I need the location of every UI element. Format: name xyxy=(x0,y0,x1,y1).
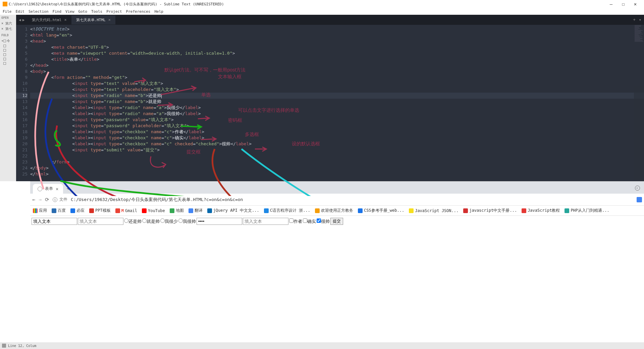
bookmark-item[interactable]: CSS参考手册_web... xyxy=(357,208,405,213)
bookmark-icon xyxy=(142,208,147,213)
bookmark-item[interactable]: YouTube xyxy=(141,208,166,213)
minimap[interactable] xyxy=(634,25,644,181)
radio-b2[interactable]: 就是帅 xyxy=(142,218,160,225)
menu-bar: FileEditSelectionFindViewGotoToolsProjec… xyxy=(0,8,644,15)
bookmark-icon xyxy=(33,208,38,213)
bookmark-item[interactable]: 翻译 xyxy=(188,208,203,213)
checkbox-2[interactable]: 确实 xyxy=(303,218,316,225)
back-button[interactable]: ← xyxy=(32,197,35,203)
forward-button[interactable]: → xyxy=(39,197,42,203)
bookmark-label: JavaScript JSON... xyxy=(415,208,459,213)
window-titlebar: C:\Users\19632\Desktop\今日头条案例代码\第七天表单.HT… xyxy=(0,0,644,8)
menu-tools[interactable]: Tools xyxy=(91,9,102,14)
sidebar[interactable]: OPEN × 第六 × 第七 FOLD ▾今 xyxy=(0,15,16,181)
bookmark-icon xyxy=(70,208,75,213)
window-title: C:\Users\19632\Desktop\今日头条案例代码\第七天表单.HT… xyxy=(9,2,224,7)
bookmark-label: 百度 xyxy=(58,208,66,213)
browser-tab-title: 表单 xyxy=(45,186,53,192)
bookmark-label: 欢迎使用正方教务 xyxy=(321,208,353,213)
status-icon xyxy=(2,344,6,348)
code-editor[interactable]: 1234567891011121314151617181920212223242… xyxy=(16,25,644,181)
checkbox-3[interactable]: 很帅 xyxy=(317,218,330,225)
menu-goto[interactable]: Goto xyxy=(78,9,88,14)
translate-icon[interactable] xyxy=(637,197,642,202)
bookmark-icon xyxy=(89,208,94,213)
bookmark-label: 翻译 xyxy=(195,208,203,213)
bookmark-label: C语言程序设计 浙... xyxy=(270,208,310,213)
menu-edit[interactable]: Edit xyxy=(16,9,25,14)
bookmark-label: javascript中文手册... xyxy=(469,208,517,213)
bookmark-item[interactable]: 应用 xyxy=(32,208,48,213)
bookmark-item[interactable]: C语言程序设计 浙... xyxy=(263,208,311,213)
menu-view[interactable]: View xyxy=(65,9,74,14)
password-input-1[interactable] xyxy=(197,218,242,225)
bookmark-item[interactable]: 地图 xyxy=(169,208,184,213)
bookmark-item[interactable]: 欢迎使用正方教务 xyxy=(314,208,354,213)
new-tab-button[interactable]: + xyxy=(633,17,636,22)
sidebar-file[interactable] xyxy=(1,48,15,52)
bookmark-item[interactable]: PPT模板 xyxy=(89,208,111,213)
bookmark-item[interactable]: JavaScript JSON... xyxy=(408,208,459,213)
browser-tab[interactable]: 表单 × xyxy=(33,184,63,194)
browser-window: 表单 × + ← → ⟳ i文件 C:/Users/19632/Desktop/… xyxy=(30,181,644,349)
radio-b1[interactable]: 还是帅 xyxy=(124,218,142,225)
bookmark-label: 必应 xyxy=(76,208,85,213)
bookmark-icon xyxy=(207,208,212,213)
bookmark-label: 应用 xyxy=(39,208,47,213)
text-input-2[interactable] xyxy=(78,218,123,225)
sidebar-file[interactable] xyxy=(1,44,15,48)
tab-nav[interactable]: ◀ ▶ xyxy=(16,18,27,22)
line-gutter: 1234567891011121314151617181920212223242… xyxy=(16,25,30,181)
bookmark-item[interactable]: 百度 xyxy=(51,208,66,213)
menu-selection[interactable]: Selection xyxy=(29,9,49,14)
sidebar-open-item[interactable]: × 第六 xyxy=(1,21,15,26)
bookmark-item[interactable]: JavaScript教程 xyxy=(521,208,560,213)
sidebar-file[interactable] xyxy=(1,57,15,61)
menu-help[interactable]: Help xyxy=(154,9,163,14)
bookmark-item[interactable]: javascript中文手册... xyxy=(463,208,518,213)
window-maximize[interactable]: ☐ xyxy=(617,1,629,7)
bookmark-label: jQuery API 中文文... xyxy=(213,208,259,213)
menu-find[interactable]: Find xyxy=(53,9,62,14)
new-tab-button[interactable]: + xyxy=(63,183,73,194)
editor-app: OPEN × 第六 × 第七 FOLD ▾今 ◀ ▶ 第六天代码.html×第七… xyxy=(0,15,644,181)
globe-icon xyxy=(38,187,42,191)
bookmark-label: YouTube xyxy=(148,208,165,213)
menu-project[interactable]: Project xyxy=(106,9,122,14)
password-input-2[interactable] xyxy=(243,218,288,225)
menu-preferences[interactable]: Preferences xyxy=(126,9,151,14)
window-minimize[interactable]: — xyxy=(605,1,617,7)
bookmark-item[interactable]: PHP从入门到精通... xyxy=(564,208,610,213)
bookmark-item[interactable]: 必应 xyxy=(70,208,85,213)
checkbox-1[interactable]: 作者 xyxy=(289,218,302,225)
tab-nav-right[interactable]: ▶ xyxy=(22,18,25,22)
bookmark-icon xyxy=(52,208,56,213)
sidebar-open-header: OPEN xyxy=(1,16,15,19)
editor-tab[interactable]: 第六天代码.html× xyxy=(27,15,71,24)
url[interactable]: C:/Users/19632/Desktop/今日头条案例代码/第七天表单.HT… xyxy=(71,197,243,203)
close-icon[interactable]: × xyxy=(108,17,111,22)
close-icon[interactable]: × xyxy=(64,17,66,22)
text-input-1[interactable] xyxy=(32,218,77,225)
sidebar-open-item[interactable]: × 第七 xyxy=(1,26,15,32)
sidebar-folder[interactable]: ▾今 xyxy=(1,38,15,44)
code-area[interactable]: <!DOCTYPE html><html lang="en"><head> <m… xyxy=(30,25,644,181)
editor-tab[interactable]: 第七天表单.HTML× xyxy=(71,15,115,24)
window-close[interactable]: ✕ xyxy=(629,1,641,7)
reload-button[interactable]: ⟳ xyxy=(45,197,49,203)
radio-a1[interactable]: 我很少 xyxy=(160,218,178,225)
tabs-dropdown-icon[interactable] xyxy=(635,186,640,191)
tabs-menu-button[interactable]: ▾ xyxy=(639,17,641,22)
bookmark-item[interactable]: MGmail xyxy=(115,208,138,213)
bookmark-icon xyxy=(565,208,569,213)
sidebar-file[interactable] xyxy=(1,52,15,57)
menu-file[interactable]: File xyxy=(3,9,12,14)
bookmark-bar: 应用百度必应PPT模板MGmailYouTube地图翻译jQuery API 中… xyxy=(30,206,644,216)
submit-button[interactable] xyxy=(330,218,343,225)
bookmark-item[interactable]: jQuery API 中文文... xyxy=(207,208,260,213)
cursor-position: Line 12, Colum xyxy=(8,344,36,348)
sidebar-file[interactable] xyxy=(1,61,15,65)
tab-nav-left[interactable]: ◀ xyxy=(18,18,22,22)
radio-a2[interactable]: 我很帅 xyxy=(178,218,196,225)
tab-close-icon[interactable]: × xyxy=(56,186,58,192)
